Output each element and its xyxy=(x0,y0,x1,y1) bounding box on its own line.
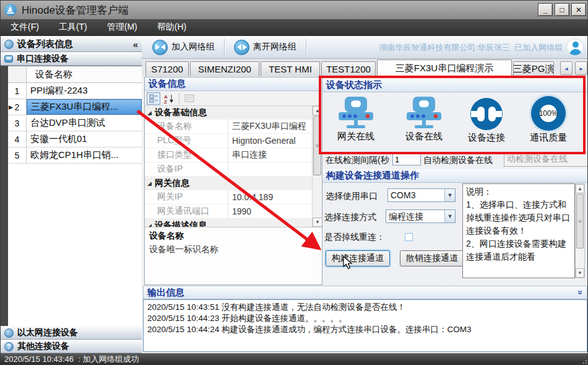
tab-mitsubishi-pg-clipped[interactable]: 三菱PG演 xyxy=(513,61,554,76)
table-row[interactable]: 5 欧姆龙CP1H串口销... xyxy=(8,147,142,164)
table-row[interactable]: 1 PPI编程-2243 xyxy=(8,83,142,99)
status-indicators-header: 设备状态指示 xyxy=(322,79,587,92)
device-info-header: 设备信息 xyxy=(145,77,322,91)
join-network-button[interactable]: 加入网络组 xyxy=(147,37,220,58)
category-gateway-info[interactable]: ◢网关信息 xyxy=(145,177,322,190)
serial-port-value: COM3 xyxy=(388,189,444,201)
category-basic-info[interactable]: ◢设备基础信息 xyxy=(145,106,322,120)
property-value: Hignton-General xyxy=(228,134,322,147)
tab-mitsubishi-fx3u-active[interactable]: 三菱FX3U串口编程演示 xyxy=(377,59,512,76)
property-row[interactable]: 网关IP10.0.4.189 xyxy=(145,190,322,204)
table-left-gutter xyxy=(1,66,8,326)
output-line: 2020/5/15 10:44:23 开始构建设备连接通道。。。。。 xyxy=(147,313,583,324)
sidebar-section-serial[interactable]: 串口连接设备 xyxy=(1,52,142,66)
tab-test1200[interactable]: TEST1200 xyxy=(321,61,376,76)
property-grid: ◢设备基础信息 设备名称三菱FX3U串口编程 PLC型号Hignton-Gene… xyxy=(145,106,322,227)
output-collapse-icon[interactable]: » xyxy=(576,290,586,295)
property-row[interactable]: 设备名称三菱FX3U串口编程 xyxy=(145,120,322,134)
table-row[interactable]: 4 安徽一代机01 xyxy=(8,131,142,147)
tab-s71200[interactable]: S71200 xyxy=(145,61,189,76)
reconnect-label: 是否掉线重连： xyxy=(324,232,385,243)
serial-device-icon xyxy=(4,55,13,63)
toolbar-separator xyxy=(306,39,306,55)
property-row[interactable]: 接口类型串口连接 xyxy=(145,148,322,162)
user-avatar-icon[interactable] xyxy=(566,38,584,56)
reconnect-checkbox[interactable] xyxy=(405,233,413,241)
property-name: 接口类型 xyxy=(145,148,228,162)
connect-mode-select[interactable]: 编程连接 ▼ xyxy=(386,209,456,223)
auto-detect-label: 自动检测设备在线 xyxy=(423,155,493,166)
alphabetical-sort-icon[interactable]: AZ xyxy=(162,92,176,105)
join-network-label: 加入网络组 xyxy=(171,42,215,53)
main-content: 加入网络组 离开网络组 湖南华辰智通科技有限公司:华辰张三 已加入网络组 S71… xyxy=(142,36,588,353)
gateway-device-icon xyxy=(335,96,377,130)
chevron-down-icon[interactable]: ▼ xyxy=(444,210,455,222)
output-line: 2020/5/15 10:43:51 没有构建连接通道，无法自动检测设备是否在线… xyxy=(147,302,583,313)
row-number: 1 xyxy=(8,83,27,99)
scroll-down-icon[interactable]: ▼ xyxy=(313,218,322,227)
scroll-down-icon[interactable]: ▼ xyxy=(576,268,584,278)
sidebar-title: 设备列表信息 xyxy=(17,38,73,50)
property-name: 设备IP xyxy=(145,162,228,176)
device-list-icon xyxy=(4,40,14,49)
property-row[interactable]: PLC型号Hignton-General xyxy=(145,134,322,148)
scroll-up-icon[interactable]: ▲ xyxy=(313,106,322,115)
sidebar-collapse-icon[interactable]: « xyxy=(133,39,138,50)
menu-help[interactable]: 帮助(H) xyxy=(147,19,196,35)
device-table: 设备名称 1 PPI编程-2243 ▶2 三菱FX3U串口编程... 3 台达D… xyxy=(8,66,142,326)
sidebar-section-other[interactable]: 其他连接设备 xyxy=(1,340,142,353)
ethernet-section-label: 以太网连接设备 xyxy=(17,327,78,338)
status-bar-text: 2020/5/15 10:43:46 : 加入网络组成功 xyxy=(4,354,139,365)
close-button[interactable]: ✕ xyxy=(571,3,586,16)
property-value: 串口连接 xyxy=(228,148,322,162)
device-status-panel: 设备状态指示 网关在线 xyxy=(322,76,587,286)
property-description-pane: 设备名称 设备唯一标识名称 xyxy=(145,227,322,284)
indicator-label: 设备在线 xyxy=(392,131,456,143)
tab-scroll-right-icon[interactable]: ▸ xyxy=(575,61,587,75)
property-row[interactable]: 设备IP xyxy=(145,162,322,177)
status-bar: 2020/5/15 10:43:46 : 加入网络组成功 xyxy=(1,353,588,365)
category-expand-icon: ◢ xyxy=(147,180,152,187)
quality-ring-icon: 100% xyxy=(531,96,566,131)
table-row[interactable]: 3 台达DVP串口测试 xyxy=(8,115,142,131)
property-pages-icon xyxy=(183,92,196,105)
property-grid-toolbar: AZ xyxy=(145,91,322,106)
categorized-view-icon[interactable] xyxy=(147,92,160,105)
app-logo-icon xyxy=(4,4,17,16)
output-header: 输出信息 » xyxy=(143,286,587,299)
property-name: 设备名称 xyxy=(145,120,228,133)
property-row[interactable]: 网关通讯端口1990 xyxy=(145,204,322,219)
note-scrollbar[interactable]: ▲ ≡ ▼ xyxy=(575,183,585,278)
device-connect-indicator: 设备连接 xyxy=(454,97,519,144)
build-channel-button[interactable]: 构建连接通道 xyxy=(326,250,390,266)
tab-scroll-left-icon[interactable]: ◂ xyxy=(560,61,573,75)
destroy-channel-button[interactable]: 散销连接通道 xyxy=(400,250,464,266)
category-description-info-clipped[interactable]: ◢设备描述信息 xyxy=(145,219,322,227)
menu-manage[interactable]: 管理(M) xyxy=(97,19,147,35)
menu-file[interactable]: 文件(F) xyxy=(1,19,49,35)
sidebar-section-ethernet[interactable]: 以太网连接设备 xyxy=(1,326,142,340)
company-status-text: 湖南华辰智通科技有限公司:华辰张三 已加入网络组 xyxy=(379,36,563,59)
property-name: 网关IP xyxy=(145,190,228,204)
tab-test-hmi[interactable]: TEST HMI xyxy=(261,61,320,76)
table-row-selected[interactable]: ▶2 三菱FX3U串口编程... xyxy=(8,99,142,115)
connect-mode-value: 编程连接 xyxy=(386,210,444,222)
minimize-button[interactable]: _ xyxy=(538,3,553,16)
tab-simenzi200[interactable]: SIMENZI200 xyxy=(190,61,259,76)
auto-detect-button-disabled: 动检测设备在线 xyxy=(504,152,587,167)
scrollbar-thumb[interactable]: ≡ xyxy=(576,194,584,248)
category-expand-icon: ◢ xyxy=(147,222,152,227)
scroll-up-icon[interactable]: ▲ xyxy=(576,184,584,193)
interval-input[interactable] xyxy=(392,153,421,165)
output-title: 输出信息 xyxy=(147,287,184,299)
chevron-down-icon[interactable]: ▼ xyxy=(444,189,455,201)
serial-port-select[interactable]: COM3 ▼ xyxy=(387,188,456,202)
maximize-button[interactable]: □ xyxy=(555,3,569,16)
leave-network-button[interactable]: 离开网络组 xyxy=(228,37,302,58)
device-name-cell: 欧姆龙CP1H串口销... xyxy=(27,147,142,163)
resize-grip[interactable] xyxy=(580,357,588,365)
scrollbar-thumb[interactable]: ≡ xyxy=(313,116,321,175)
toolbar-separator xyxy=(179,93,179,104)
property-grid-scrollbar[interactable]: ▲ ≡ ▼ xyxy=(312,106,322,227)
menu-tools[interactable]: 工具(T) xyxy=(49,19,97,35)
